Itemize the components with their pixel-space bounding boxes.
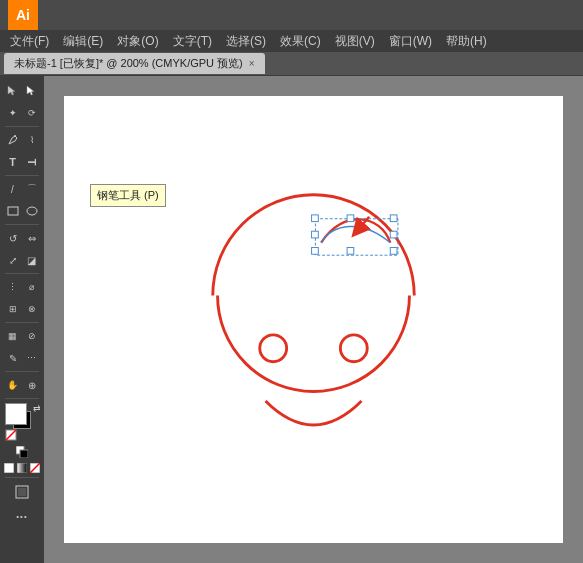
toolbar-divider-4 — [5, 273, 39, 274]
pen-tool[interactable] — [4, 129, 22, 151]
color-swatch-area: ⇄ — [3, 403, 41, 441]
zoom-tool[interactable]: ⊕ — [23, 374, 41, 396]
color-mode-area — [3, 462, 41, 474]
toolbar-divider-1 — [5, 126, 39, 127]
magic-wand-tool[interactable]: ✦ — [4, 102, 22, 124]
paint-tool-group: ⋮ ⌀ — [4, 276, 41, 298]
menu-select[interactable]: 选择(S) — [220, 31, 272, 52]
zoom-hand-group: ✋ ⊕ — [4, 374, 41, 396]
color-mode[interactable] — [3, 462, 15, 474]
svg-rect-12 — [18, 488, 26, 496]
menu-text[interactable]: 文字(T) — [167, 31, 218, 52]
slice-tool[interactable]: ⊘ — [23, 325, 41, 347]
reflect-tool[interactable]: ⇔ — [23, 227, 41, 249]
rect-tool-group — [4, 200, 41, 222]
ai-logo: Ai — [8, 0, 38, 30]
svg-rect-6 — [20, 450, 28, 458]
toolbar-divider-3 — [5, 224, 39, 225]
toolbar-divider-5 — [5, 322, 39, 323]
svg-point-2 — [27, 207, 37, 215]
none-color[interactable] — [5, 429, 17, 441]
menu-help[interactable]: 帮助(H) — [440, 31, 493, 52]
more-tools[interactable]: ••• — [16, 508, 27, 522]
screen-mode[interactable] — [4, 481, 40, 503]
pencil-tool[interactable]: ✎ — [4, 347, 22, 369]
lasso-tool-group: ✦ ⟳ — [4, 102, 41, 124]
direct-selection-tool[interactable] — [23, 80, 41, 102]
svg-rect-8 — [17, 463, 27, 473]
mesh-tool[interactable]: ⊞ — [4, 298, 22, 320]
shear-tool[interactable]: ◪ — [23, 249, 41, 271]
tab-title: 未标题-1 [已恢复]* @ 200% (CMYK/GPU 预览) — [14, 56, 243, 71]
menu-file[interactable]: 文件(F) — [4, 31, 55, 52]
none-mode[interactable] — [29, 462, 41, 474]
more-tools-icon: ••• — [16, 512, 27, 521]
menubar: 文件(F) 编辑(E) 对象(O) 文字(T) 选择(S) 效果(C) 视图(V… — [0, 30, 583, 52]
svg-rect-7 — [4, 463, 14, 473]
menu-edit[interactable]: 编辑(E) — [57, 31, 109, 52]
selected-path-group — [312, 215, 398, 255]
arc-tool[interactable]: ⌒ — [23, 178, 41, 200]
menu-window[interactable]: 窗口(W) — [383, 31, 438, 52]
toolbar-divider-7 — [5, 398, 39, 399]
main-area: ✦ ⟳ ⌇ T T / ⌒ — [0, 76, 583, 563]
mesh-blend-group: ⊞ ⊗ — [4, 298, 41, 320]
tab-close-button[interactable]: × — [249, 58, 255, 69]
svg-point-0 — [14, 135, 16, 137]
selection-tool[interactable] — [4, 80, 22, 102]
svg-rect-20 — [347, 215, 354, 222]
canvas-area[interactable]: 钢笔工具 (P) — [44, 76, 583, 563]
svg-rect-17 — [390, 215, 397, 222]
line-segment-tool[interactable]: / — [4, 178, 22, 200]
curvature-tool[interactable]: ⌇ — [23, 129, 41, 151]
svg-rect-21 — [347, 248, 354, 255]
document-tab[interactable]: 未标题-1 [已恢复]* @ 200% (CMYK/GPU 预览) × — [4, 53, 265, 74]
scale-tool-group: ⤢ ◪ — [4, 249, 41, 271]
artwork-svg — [64, 96, 563, 543]
scale-tool[interactable]: ⤢ — [4, 249, 22, 271]
rotate-tool-group: ↺ ⇔ — [4, 227, 41, 249]
svg-rect-1 — [8, 207, 18, 215]
svg-rect-16 — [312, 215, 319, 222]
bw-reset-area — [14, 444, 30, 460]
hand-tool[interactable]: ✋ — [4, 374, 22, 396]
tabbar: 未标题-1 [已恢复]* @ 200% (CMYK/GPU 预览) × — [0, 52, 583, 76]
type-tool[interactable]: T — [4, 151, 22, 173]
lasso-tool[interactable]: ⟳ — [23, 102, 41, 124]
width-tool[interactable]: ⋮ — [4, 276, 22, 298]
ellipse-tool[interactable] — [23, 200, 41, 222]
rectangle-tool[interactable] — [4, 200, 22, 222]
selection-tool-group — [4, 80, 41, 102]
menu-object[interactable]: 对象(O) — [111, 31, 164, 52]
toolbar: ✦ ⟳ ⌇ T T / ⌒ — [0, 76, 44, 563]
menu-effect[interactable]: 效果(C) — [274, 31, 327, 52]
pen-tool-group: ⌇ — [4, 129, 41, 151]
titlebar: Ai — [0, 0, 583, 30]
blend-tool[interactable]: ⊗ — [23, 298, 41, 320]
swap-fill-stroke[interactable]: ⇄ — [33, 403, 41, 413]
line-tool-group: / ⌒ — [4, 178, 41, 200]
vertical-type-tool[interactable]: T — [21, 153, 43, 171]
svg-point-13 — [260, 335, 287, 362]
menu-view[interactable]: 视图(V) — [329, 31, 381, 52]
fill-color[interactable] — [5, 403, 27, 425]
svg-rect-22 — [312, 231, 319, 238]
column-graph-tool[interactable]: ▦ — [4, 325, 22, 347]
warp-tool[interactable]: ⌀ — [23, 276, 41, 298]
svg-rect-18 — [312, 248, 319, 255]
canvas-document — [64, 96, 563, 543]
default-colors[interactable] — [14, 444, 30, 460]
toolbar-divider-6 — [5, 371, 39, 372]
toolbar-divider-8 — [5, 477, 39, 478]
svg-rect-19 — [390, 248, 397, 255]
toolbar-divider-2 — [5, 175, 39, 176]
rotate-tool[interactable]: ↺ — [4, 227, 22, 249]
spray-tool[interactable]: ⋯ — [23, 347, 41, 369]
svg-point-14 — [340, 335, 367, 362]
gradient-mode[interactable] — [16, 462, 28, 474]
type-tool-group: T T — [4, 151, 41, 173]
graph-tool-group: ▦ ⊘ — [4, 325, 41, 347]
pencil-spray-group: ✎ ⋯ — [4, 347, 41, 369]
svg-rect-23 — [390, 231, 397, 238]
